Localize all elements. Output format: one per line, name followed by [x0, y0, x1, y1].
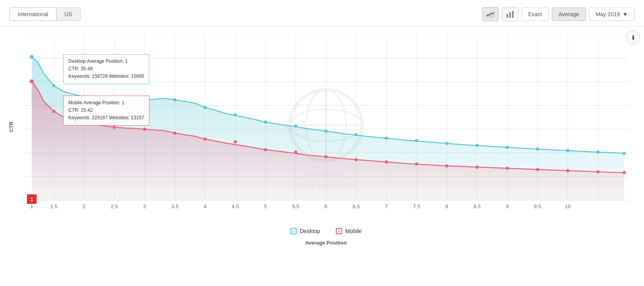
svg-point-58	[52, 110, 55, 113]
desktop-tooltip: Desktop Average Position: 1 CTR: 35.48 K…	[63, 54, 149, 84]
bar-chart-button[interactable]	[502, 7, 518, 21]
svg-text:3: 3	[143, 203, 146, 209]
top-bar: International US Exact Average May 2019 …	[0, 0, 644, 26]
svg-text:2.5: 2.5	[111, 203, 118, 209]
svg-text:4: 4	[203, 203, 206, 209]
svg-text:7.5: 7.5	[413, 203, 420, 209]
svg-point-61	[143, 128, 146, 131]
right-controls: Exact Average May 2019 ▼	[482, 7, 635, 21]
y-axis-label: CTR	[8, 122, 14, 132]
svg-point-68	[354, 158, 358, 161]
svg-text:6: 6	[324, 203, 327, 209]
desktop-checkbox[interactable]: ✓	[290, 228, 297, 234]
mobile-tooltip-keywords: Keywords: 228187 Websites: 13157	[68, 114, 144, 122]
svg-point-56	[596, 151, 599, 154]
svg-point-45	[264, 120, 267, 124]
svg-point-53	[506, 146, 509, 149]
svg-point-72	[475, 166, 478, 169]
mobile-checkbox[interactable]: ✓	[336, 228, 342, 234]
svg-point-55	[566, 149, 569, 152]
desktop-tooltip-title: Desktop Average Position: 1	[68, 58, 144, 65]
download-icon: ⬇	[631, 34, 636, 41]
svg-text:10: 10	[565, 203, 571, 209]
svg-text:1: 1	[30, 203, 33, 209]
svg-text:2: 2	[83, 203, 85, 209]
svg-point-46	[294, 124, 297, 128]
svg-point-54	[536, 147, 539, 151]
svg-point-47	[324, 130, 328, 133]
svg-point-51	[445, 142, 448, 145]
svg-point-42	[173, 98, 176, 102]
legend-mobile: ✓ Mobile	[336, 228, 362, 234]
mobile-dot-1[interactable]	[30, 79, 34, 83]
chart-legend: ✓ Desktop ✓ Mobile	[24, 228, 628, 234]
svg-text:8.5: 8.5	[473, 203, 480, 209]
mobile-tooltip: Mobile Average Position: 1 CTR: 25.42 Ke…	[63, 96, 149, 126]
mobile-legend-label: Mobile	[345, 228, 362, 234]
chart-container: ⬇ CTR	[0, 26, 644, 271]
dropdown-arrow-icon: ▼	[622, 11, 628, 17]
svg-point-73	[506, 167, 509, 170]
svg-point-65	[264, 148, 267, 151]
svg-rect-3	[512, 11, 514, 18]
date-value: May 2019	[596, 11, 620, 17]
desktop-tooltip-ctr: CTR: 35.48	[68, 65, 144, 73]
svg-point-77	[623, 171, 626, 174]
svg-text:4.5: 4.5	[232, 203, 239, 209]
desktop-tooltip-keywords: Keywords: 158729 Websites: 15695	[68, 73, 144, 80]
svg-text:9: 9	[506, 203, 508, 209]
svg-point-50	[415, 139, 418, 142]
svg-point-66	[294, 151, 297, 154]
average-button[interactable]: Average	[552, 8, 586, 21]
region-selector: International US	[9, 8, 81, 21]
svg-point-76	[596, 170, 599, 173]
svg-point-64	[233, 140, 237, 143]
international-button[interactable]: International	[9, 8, 56, 21]
mobile-tooltip-ctr: CTR: 25.42	[68, 107, 144, 114]
svg-point-74	[536, 168, 539, 171]
area-chart-button[interactable]	[482, 7, 499, 21]
svg-point-48	[354, 133, 358, 136]
svg-point-43	[203, 106, 207, 109]
chart-area: CTR	[24, 34, 628, 224]
svg-point-70	[415, 162, 418, 166]
svg-text:3.5: 3.5	[171, 203, 178, 209]
svg-point-71	[445, 164, 448, 167]
svg-point-63	[203, 137, 207, 141]
svg-text:6.5: 6.5	[352, 203, 360, 209]
svg-point-62	[173, 132, 176, 135]
svg-point-57	[623, 152, 626, 155]
x-axis-label: Average Position	[305, 240, 347, 246]
svg-point-75	[566, 169, 569, 172]
svg-point-49	[385, 137, 388, 140]
desktop-dot-1[interactable]	[30, 55, 34, 59]
svg-point-38	[52, 84, 55, 87]
svg-rect-2	[509, 12, 511, 18]
svg-text:1.5: 1.5	[50, 203, 57, 209]
svg-point-60	[113, 126, 116, 129]
exact-button[interactable]: Exact	[522, 8, 549, 21]
svg-text:5.5: 5.5	[292, 203, 299, 209]
us-button[interactable]: US	[56, 8, 80, 21]
svg-point-69	[385, 160, 388, 164]
legend-desktop: ✓ Desktop	[290, 228, 320, 234]
svg-text:7: 7	[385, 203, 388, 209]
svg-point-52	[475, 144, 478, 147]
desktop-legend-label: Desktop	[300, 228, 320, 234]
svg-text:5: 5	[264, 203, 267, 209]
svg-text:9.5: 9.5	[534, 203, 541, 209]
svg-point-67	[324, 155, 328, 158]
svg-point-44	[233, 113, 237, 117]
svg-text:8: 8	[445, 203, 448, 209]
date-selector[interactable]: May 2019 ▼	[589, 8, 635, 21]
mobile-tooltip-title: Mobile Average Position: 1	[68, 99, 144, 107]
svg-rect-1	[507, 14, 508, 18]
svg-text:1: 1	[30, 196, 33, 202]
